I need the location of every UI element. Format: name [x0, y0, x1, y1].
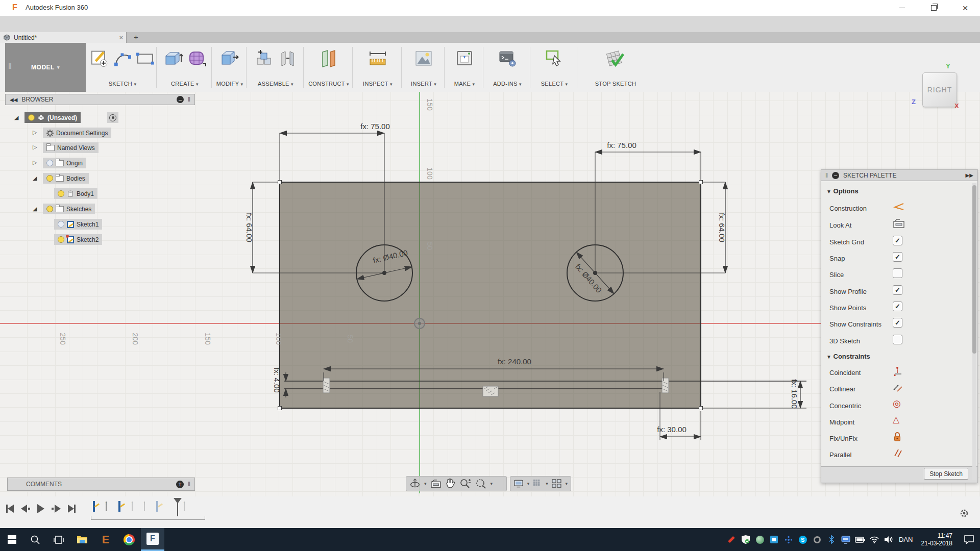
viewports-icon[interactable] — [552, 479, 562, 489]
task-view-icon[interactable] — [47, 528, 70, 551]
comments-bar[interactable]: COMMENTS + ‖ — [7, 478, 195, 491]
parallel-icon[interactable] — [893, 448, 903, 458]
joint-icon[interactable] — [279, 49, 297, 68]
timeline-item-extrude3-suppressed[interactable] — [144, 502, 153, 512]
file-explorer-icon[interactable] — [70, 528, 94, 551]
volume-tray-icon[interactable] — [881, 528, 896, 551]
tree-row-sketches[interactable]: Sketches — [43, 204, 95, 214]
start-button[interactable] — [0, 528, 23, 551]
tree-row-sketch2[interactable]: Sketch2 — [54, 234, 102, 245]
timeline-item-sketch3-suppressed[interactable] — [156, 502, 165, 512]
create-form-icon[interactable] — [187, 49, 208, 68]
minimize-button[interactable] — [890, 0, 914, 16]
search-icon[interactable] — [23, 528, 47, 551]
look-at-icon[interactable] — [893, 218, 905, 229]
group-label-sketch[interactable]: SKETCH ▾ — [90, 81, 155, 87]
stop-sketch-icon[interactable] — [604, 49, 627, 69]
measure-icon[interactable] — [368, 49, 388, 68]
tree-row-origin[interactable]: Origin — [43, 158, 86, 168]
show-profile-checkbox[interactable]: ✓ — [893, 285, 902, 295]
blue-app-tray-icon[interactable] — [767, 528, 781, 551]
tree-arrow-origin[interactable]: ▷ — [33, 159, 37, 166]
palette-scrollbar-thumb[interactable] — [972, 185, 976, 354]
group-label-assemble[interactable]: ASSEMBLE ▾ — [249, 81, 302, 87]
fix-lock-icon[interactable] — [893, 432, 902, 442]
3dconnexion-tray-icon[interactable] — [781, 528, 796, 551]
pen-tool-tray-icon[interactable] — [724, 528, 739, 551]
grid-caret[interactable]: ▾ — [546, 481, 548, 486]
group-label-make[interactable]: MAKE ▾ — [447, 81, 482, 87]
group-label-addins[interactable]: ADD-INS ▾ — [486, 81, 529, 87]
group-label-construct[interactable]: CONSTRUCT ▾ — [306, 81, 351, 87]
close-button[interactable]: × — [953, 0, 977, 16]
scripts-addins-icon[interactable] — [497, 49, 518, 68]
viewcube[interactable]: RIGHT Y Z X — [919, 69, 960, 110]
3d-sketch-checkbox[interactable] — [893, 335, 902, 344]
pan-hand-icon[interactable] — [445, 478, 455, 489]
zoom-window-icon[interactable] — [475, 478, 487, 489]
constraints-section-header[interactable]: ▼ Constraints — [826, 353, 870, 360]
concentric-icon[interactable]: ◎ — [893, 399, 901, 408]
inventor-app-icon[interactable]: E — [94, 528, 117, 551]
tree-arrow-bodies[interactable]: ◢ — [33, 175, 37, 182]
chrome-icon[interactable] — [117, 528, 141, 551]
action-center-icon[interactable] — [958, 528, 980, 551]
activate-radio[interactable] — [107, 112, 118, 123]
options-section-header[interactable]: ▼ Options — [826, 187, 859, 195]
browser-minimize-icon[interactable]: – — [177, 96, 184, 103]
visibility-bulb-icon[interactable] — [58, 190, 64, 197]
browser-header[interactable]: ◀◀ BROWSER – ‖ — [5, 94, 195, 105]
viewports-caret[interactable]: ▾ — [565, 481, 568, 486]
visibility-bulb-icon[interactable] — [46, 206, 53, 212]
battery-tray-icon[interactable] — [853, 528, 867, 551]
taskbar-clock[interactable]: 11:47 21-03-2018 — [916, 532, 958, 547]
restore-button[interactable] — [922, 0, 945, 16]
insert-image-icon[interactable] — [413, 49, 434, 68]
show-constraints-checkbox[interactable]: ✓ — [893, 318, 902, 328]
fusion-360-taskbar-icon[interactable]: F — [141, 528, 164, 551]
new-component-icon[interactable] — [254, 49, 275, 68]
comments-expand-icon[interactable]: + — [176, 481, 184, 488]
group-label-inspect[interactable]: INSPECT ▾ — [355, 81, 400, 87]
zoom-window-caret[interactable]: ▾ — [491, 481, 493, 486]
create-sketch-icon[interactable] — [90, 49, 110, 68]
orbit-caret[interactable]: ▾ — [424, 481, 427, 486]
timeline-item-sketch1[interactable] — [93, 502, 102, 512]
new-tab-button[interactable]: + — [134, 33, 138, 41]
bluetooth-tray-icon[interactable] — [824, 528, 839, 551]
display-settings-icon[interactable] — [513, 479, 524, 489]
step-back-button[interactable] — [21, 505, 30, 513]
spline-icon[interactable] — [114, 49, 132, 68]
defender-tray-icon[interactable] — [739, 528, 753, 551]
visibility-bulb-icon[interactable] — [46, 175, 53, 182]
tree-arrow-doc-settings[interactable]: ▷ — [33, 129, 37, 136]
press-pull-icon[interactable] — [219, 49, 240, 68]
visibility-bulb-icon[interactable] — [28, 114, 35, 121]
timeline-item-extrude2-suppressed[interactable] — [132, 502, 140, 512]
snap-checkbox[interactable]: ✓ — [893, 252, 902, 262]
timeline-item-extrude1[interactable] — [106, 502, 114, 512]
tree-arrow-sketches[interactable]: ◢ — [33, 206, 37, 212]
look-at-nav-icon[interactable] — [430, 479, 442, 488]
construction-icon[interactable] — [893, 202, 905, 213]
slice-checkbox[interactable] — [893, 268, 902, 278]
timeline-item-extrude4-suppressed[interactable] — [184, 502, 192, 512]
construct-plane-icon[interactable] — [318, 49, 339, 68]
visibility-bulb-icon[interactable] — [58, 236, 64, 243]
skype-tray-icon[interactable]: S — [796, 528, 810, 551]
palette-minimize-icon[interactable]: – — [832, 172, 839, 179]
stop-sketch-button[interactable]: Stop Sketch — [924, 468, 968, 480]
go-to-start-button[interactable] — [6, 505, 14, 513]
remote-desktop-tray-icon[interactable] — [839, 528, 853, 551]
wifi-tray-icon[interactable] — [867, 528, 881, 551]
coincident-icon[interactable] — [893, 366, 903, 377]
timeline-settings-gear-icon[interactable] — [959, 508, 970, 519]
group-label-create[interactable]: CREATE ▾ — [159, 81, 210, 87]
rectangle-tool-icon[interactable] — [135, 49, 155, 68]
browser-collapse-icon[interactable]: ◀◀ — [10, 97, 17, 103]
timeline-item-sketch2[interactable] — [118, 502, 127, 512]
group-label-select[interactable]: SELECT ▾ — [533, 81, 576, 87]
collinear-icon[interactable] — [893, 383, 903, 393]
visibility-bulb-icon[interactable] — [46, 160, 53, 166]
midpoint-icon[interactable]: △ — [893, 415, 899, 424]
